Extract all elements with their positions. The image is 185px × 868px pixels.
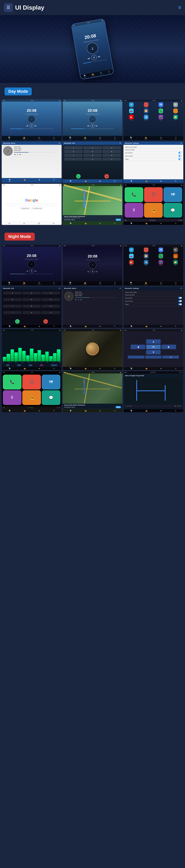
dial-1[interactable]: 1 [64, 146, 83, 149]
ndial-3[interactable]: 3 [42, 291, 60, 294]
napp-files[interactable]: 📁Files [168, 260, 183, 266]
ndial-8[interactable]: 8 [23, 305, 41, 308]
dial-3[interactable]: 3 [103, 146, 121, 149]
ndial-1[interactable]: 1 [3, 291, 22, 294]
s2-next[interactable]: ⏭ [96, 125, 98, 127]
cp-music[interactable]: 🎵 [144, 187, 163, 202]
auto-answer-toggle[interactable] [178, 152, 182, 154]
nav-dab[interactable]: 📡DAB [84, 74, 86, 78]
setting-power[interactable]: Power [125, 158, 182, 161]
setting-auto-answer[interactable]: Auto answer [125, 151, 182, 154]
menu-icon[interactable]: ≡ [178, 4, 181, 10]
app-weather[interactable]: 🌤Weather [139, 115, 153, 121]
app-music[interactable]: 🎵Music [139, 102, 153, 108]
nav-set[interactable]: ⚙SET [108, 70, 110, 73]
npower-toggle[interactable] [178, 303, 182, 305]
app-bt[interactable]: 📶BT [139, 108, 153, 114]
cp-messages[interactable]: 💬 [163, 203, 182, 218]
navi-arrow-right[interactable]: ▶ [161, 345, 176, 349]
ncp-maps[interactable]: 🗺 [42, 375, 60, 390]
ndial-star[interactable]: * [3, 311, 22, 314]
dial-4[interactable]: 4 [64, 150, 83, 153]
napp-phone[interactable]: 📞Phone [154, 254, 168, 259]
dial-2[interactable]: 2 [83, 146, 102, 149]
ndial-2[interactable]: 2 [23, 291, 41, 294]
eq-btn-pop[interactable]: POP [40, 364, 44, 366]
cp-podcast[interactable]: 🎙 [125, 203, 143, 218]
nauto-connect-toggle[interactable] [178, 300, 182, 302]
google-lucky-button[interactable]: I'm Feeling Lucky [31, 207, 43, 210]
ncp-phone[interactable]: 📞 [3, 375, 22, 390]
app-camera[interactable]: 📷Camera [154, 115, 168, 121]
navi-arrow-left[interactable]: ◀ [131, 345, 146, 349]
ndial-6[interactable]: 6 [42, 298, 60, 301]
ncp-messages[interactable]: 💬 [42, 390, 60, 405]
nsetting-power[interactable]: Power [125, 303, 182, 306]
google-search-box[interactable] [6, 204, 57, 206]
dial-star[interactable]: * [64, 158, 83, 161]
dial-0[interactable]: 0 [83, 158, 102, 161]
napp-settings[interactable]: ⚙Settings [168, 248, 183, 253]
eq-btn-classical[interactable]: CLASSICAL [51, 364, 58, 366]
app-radio[interactable]: 📻Radio [168, 108, 183, 114]
s1-next[interactable]: ⏭ [35, 125, 36, 127]
setting-auto-connect[interactable]: Auto connect [125, 154, 182, 158]
ncp-music[interactable]: 🎵 [22, 375, 41, 390]
app-waze[interactable]: 🚗Waze [124, 108, 138, 114]
dial-9[interactable]: 9 [103, 154, 121, 157]
nav-auto[interactable]: ▶AUTO [100, 72, 103, 75]
napp-telegram[interactable]: ✈Telegram [124, 248, 138, 253]
s1-prev[interactable]: ⏮ [26, 125, 28, 127]
navi-btn-home[interactable]: 🏠 [162, 355, 179, 359]
app-telegram[interactable]: ✈Telegram [124, 102, 138, 108]
dial-hash[interactable]: # [103, 158, 121, 161]
ndial-5[interactable]: 5 [23, 298, 41, 301]
s1-play[interactable]: ⏸ [29, 124, 34, 128]
navi-btn-zoom-in[interactable]: + [128, 355, 144, 359]
napp-youtube[interactable]: ▶YouTube [124, 260, 138, 266]
go-button[interactable]: GO [116, 219, 121, 221]
dial-7[interactable]: 7 [64, 154, 83, 157]
nm1-prev[interactable]: ⏮ [26, 270, 28, 272]
auto-connect-toggle[interactable] [178, 155, 182, 157]
ndial-7[interactable]: 7 [3, 305, 22, 308]
dial-6[interactable]: 6 [103, 150, 121, 153]
ncp-radio[interactable]: 📻 [22, 390, 41, 405]
nsetting-auto-answer[interactable]: Auto answer [125, 297, 182, 300]
ndial-9[interactable]: 9 [42, 305, 60, 308]
napp-bt[interactable]: 📶BT [139, 254, 153, 259]
napp-music[interactable]: 🎵Music [139, 248, 153, 253]
nm1-play[interactable]: ⏸ [29, 269, 34, 273]
ndial-0[interactable]: 0 [23, 311, 41, 314]
navi-arrow-center[interactable]: OK [146, 345, 161, 349]
ncall-accept[interactable]: 📞 [15, 319, 20, 324]
napp-maps[interactable]: 🗺Maps [154, 248, 168, 253]
power-toggle[interactable] [178, 158, 182, 160]
s2-play[interactable]: ⏸ [90, 124, 95, 128]
navi-arrow-up[interactable]: ▲ [146, 339, 161, 344]
nm2-prev[interactable]: ⏮ [87, 271, 89, 273]
s2-prev[interactable]: ⏮ [87, 125, 89, 127]
nm1-next[interactable]: ⏭ [35, 270, 36, 272]
hero-prev-icon[interactable]: ⏮ [87, 57, 90, 60]
napp-waze[interactable]: 🚗Waze [124, 254, 138, 259]
dial-5[interactable]: 5 [83, 150, 102, 153]
call-end[interactable]: 📵 [104, 174, 109, 179]
app-youtube[interactable]: ▶YouTube [124, 115, 138, 121]
eq-btn-flat[interactable]: FLAT [6, 364, 10, 366]
app-files[interactable]: 📁Files [168, 115, 183, 121]
navi-arrow-down[interactable]: ▼ [146, 350, 161, 354]
napp-radio[interactable]: 📻Radio [168, 254, 183, 259]
hero-play-icon[interactable]: ⏸ [91, 55, 97, 61]
google-search-button[interactable]: Google Search [20, 207, 30, 210]
ngo-button[interactable]: GO [116, 406, 121, 408]
app-phone[interactable]: 📞Phone [154, 108, 168, 114]
nsetting-auto-connect[interactable]: Auto connect [125, 300, 182, 303]
nav-amfm[interactable]: 📻AM/FM [91, 73, 95, 76]
nm2-play[interactable]: ⏸ [90, 270, 95, 274]
app-settings[interactable]: ⚙Settings [168, 102, 183, 108]
call-accept[interactable]: 📞 [76, 174, 81, 179]
app-maps[interactable]: 🗺Maps [154, 102, 168, 108]
napp-camera[interactable]: 📷Camera [154, 260, 168, 266]
napp-weather[interactable]: 🌤Weather [139, 260, 153, 266]
